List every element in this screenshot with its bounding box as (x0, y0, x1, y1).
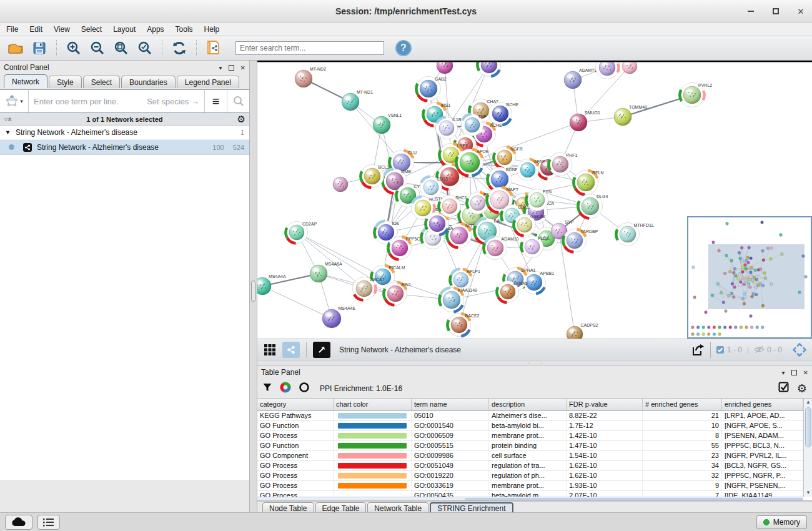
network-node-ADAMTS2[interactable]: ADAMTS2 (564, 68, 600, 89)
help-button[interactable]: ? (395, 40, 412, 56)
network-node-TOMM40[interactable]: TOMM40 (614, 105, 647, 126)
menu-apps[interactable]: Apps (147, 25, 164, 34)
splitter-handle[interactable] (528, 362, 542, 364)
maximize-button[interactable] (771, 6, 781, 16)
zoom-in-button[interactable] (63, 38, 84, 58)
network-node-IL1B[interactable]: IL1B (436, 117, 462, 139)
close-button[interactable]: ✕ (796, 6, 806, 16)
network-node-MS4A6A[interactable]: MS4A6A (310, 262, 342, 282)
table-row[interactable]: KEGG Pathways05010Alzheimer's dise...8.8… (257, 411, 812, 421)
network-node-n3[interactable] (596, 61, 619, 79)
zoom-fit-button[interactable] (111, 38, 132, 58)
network-node-ABCA7[interactable]: ABCA7 (353, 277, 385, 300)
table-row[interactable]: GO ProcessGO:0050435beta-amyloid m...2.0… (257, 491, 812, 497)
tab-style[interactable]: Style (49, 76, 82, 88)
network-node-SMUG1[interactable]: SMUG1 (570, 111, 600, 131)
network-node-RELN[interactable]: RELN (574, 171, 604, 195)
ring-chart-button[interactable] (299, 382, 310, 395)
panel-splitter-vertical[interactable] (250, 61, 257, 512)
network-node-PVRL2[interactable]: PVRL2 (680, 83, 713, 107)
network-node-n2[interactable] (478, 61, 501, 77)
menu-layout[interactable]: Layout (113, 25, 136, 34)
panel-close-button[interactable]: ✕ (803, 369, 808, 376)
string-query-input[interactable]: Enter one term per line. (29, 97, 147, 106)
column-header-enriched-genes[interactable]: enriched genes (722, 399, 803, 410)
panel-float-button[interactable] (229, 65, 234, 71)
zoom-selected-button[interactable] (134, 38, 156, 58)
tab-legend-panel[interactable]: Legend Panel (177, 76, 239, 88)
menu-edit[interactable]: Edit (29, 25, 42, 34)
column-header-description[interactable]: description (489, 399, 567, 410)
table-row[interactable]: GO ProcessGO:0006509membrane prot...1.42… (257, 431, 812, 441)
network-node-n1[interactable] (437, 61, 453, 74)
column-header-FDR-p-value[interactable]: FDR p-value (567, 399, 643, 410)
tab-boundaries[interactable]: Boundaries (121, 76, 176, 88)
network-node-DLG4[interactable]: DLG4 (578, 194, 608, 219)
menu-tools[interactable]: Tools (176, 25, 193, 34)
menu-help[interactable]: Help (204, 25, 220, 34)
panel-splitter-horizontal[interactable] (257, 360, 812, 365)
network-node-MTHFD1L[interactable]: MTHFD1L (616, 223, 654, 246)
network-node-EFNA5[interactable]: EFNA5 (497, 281, 528, 303)
network-node-CD2AP[interactable]: CD2AP (286, 222, 317, 244)
network-row-selected[interactable]: String Network - Alzheimer's disease 100… (0, 140, 249, 154)
expand-all-button[interactable]: « (6, 117, 14, 121)
table-row[interactable]: GO FunctionGO:0001540beta-amyloid bi...1… (257, 421, 812, 431)
minimize-button[interactable] (746, 6, 756, 16)
network-node-BIN1[interactable]: BIN1 (384, 282, 412, 305)
network-node-n5[interactable] (333, 177, 348, 192)
column-header-category[interactable]: category (257, 399, 334, 410)
panel-menu-button[interactable]: ▾ (782, 369, 785, 376)
column-header-chart-color[interactable]: chart color (334, 399, 412, 410)
network-canvas[interactable]: MT-ND2MT-ND1VSNL1GAB2IRS1CHATBCHEACHETNF… (257, 61, 812, 339)
network-node-VSNL1[interactable]: VSNL1 (373, 113, 402, 134)
network-node-MT-ND2[interactable]: MT-ND2 (295, 67, 326, 87)
select-all-button[interactable] (778, 382, 790, 395)
network-node-BCHE[interactable]: BCHE (489, 102, 519, 126)
chart-button[interactable] (280, 382, 291, 395)
table-row[interactable]: GO FunctionGO:0005515protein binding1.47… (257, 441, 812, 451)
menu-file[interactable]: File (6, 25, 18, 34)
network-node-TARDBP[interactable]: TARDBP (563, 229, 598, 252)
table-horizontal-scrollbar[interactable] (257, 497, 803, 501)
scroll-down-icon[interactable]: ▼ (805, 489, 812, 497)
save-session-button[interactable] (29, 38, 50, 58)
tree-expanded-icon[interactable]: ▼ (5, 129, 11, 136)
cloud-button[interactable] (5, 515, 32, 530)
splitter-handle[interactable] (251, 280, 255, 302)
tab-select[interactable]: Select (83, 76, 120, 88)
column-header--enriched-genes[interactable]: # enriched genes (643, 399, 722, 410)
network-node-GAB2[interactable]: GAB2 (417, 77, 447, 101)
tab-network[interactable]: Network (4, 74, 47, 88)
network-node-MT-ND1[interactable]: MT-ND1 (342, 90, 373, 111)
network-options-gear-button[interactable]: ⚙ (237, 114, 245, 124)
scrollbar-thumb[interactable] (465, 498, 803, 501)
network-node-CADPS2[interactable]: CADPS2 (567, 323, 598, 339)
export-network-button[interactable] (203, 38, 224, 58)
scrollbar-thumb[interactable] (805, 407, 811, 447)
string-options-button[interactable]: ≡ (204, 90, 227, 112)
search-input[interactable] (235, 41, 384, 55)
export-view-button[interactable] (689, 342, 706, 358)
open-session-button[interactable] (5, 38, 26, 58)
network-node-APOE[interactable]: APOE (457, 149, 489, 176)
menu-view[interactable]: View (54, 25, 70, 34)
species-hint[interactable]: Set species → (147, 97, 204, 106)
detach-view-button[interactable] (313, 342, 330, 358)
network-node-MS4A4E[interactable]: MS4A4E (322, 306, 355, 328)
birds-eye-view[interactable] (687, 216, 812, 339)
table-vertical-scrollbar[interactable]: ▲ ▼ (803, 399, 812, 497)
grid-view-button[interactable] (261, 342, 279, 358)
scroll-up-icon[interactable]: ▲ (805, 399, 812, 406)
column-header-term-name[interactable]: term name (412, 399, 489, 410)
table-row[interactable]: GO ProcessGO:0033619membrane prot...1.93… (257, 481, 812, 491)
table-settings-gear-button[interactable]: ⚙ (797, 383, 807, 394)
navigator-button[interactable] (791, 342, 808, 358)
network-node-PPP5C[interactable]: PPP5C (389, 237, 420, 260)
network-collection-row[interactable]: ▼ String Network - Alzheimer's disease 1 (0, 126, 249, 140)
network-node-BACE2[interactable]: BACE2 (448, 314, 480, 337)
network-node-PHF1[interactable]: PHF1 (549, 153, 578, 176)
network-node-ADAM10[interactable]: ADAM10 (484, 237, 519, 260)
memory-button[interactable]: Memory (756, 515, 807, 529)
zoom-out-button[interactable] (87, 38, 108, 58)
